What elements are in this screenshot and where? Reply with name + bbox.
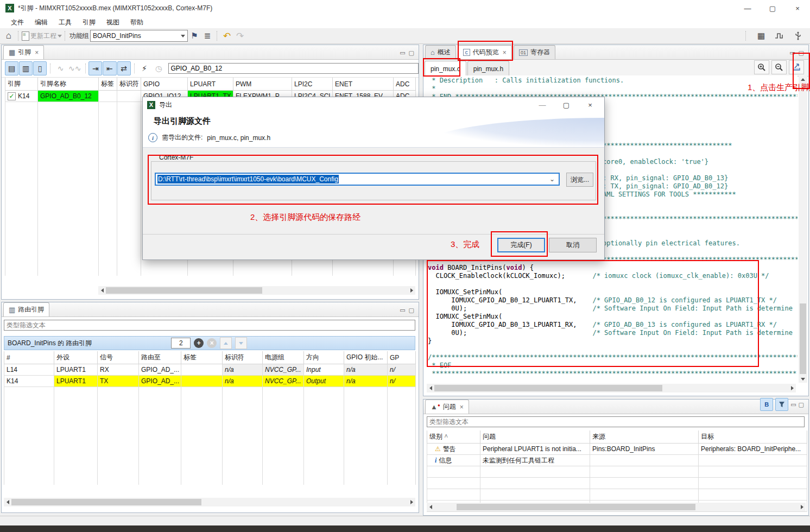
zoom-in-icon[interactable]	[754, 60, 769, 74]
pins-hscrollbar[interactable]	[98, 286, 415, 295]
pin-output-filter-icon[interactable]: ⇤	[103, 61, 116, 75]
clock-icon[interactable]: ◷	[151, 61, 165, 75]
pins-column-header[interactable]: ENET	[333, 78, 394, 91]
wave-filter-icon[interactable]: ∿	[54, 61, 67, 75]
problems-column-header[interactable]: 问题	[480, 430, 590, 444]
pins-column-header[interactable]: 引脚名称	[38, 78, 99, 91]
maximize-view-icon[interactable]: ▢	[799, 49, 804, 56]
bold-filter-icon[interactable]: B	[760, 398, 773, 411]
file-tab-pin-mux-c[interactable]: pin_mux.c	[425, 61, 466, 76]
problems-column-header[interactable]: 来源	[590, 430, 699, 444]
tab-pins[interactable]: ▦ 引脚 ×	[3, 45, 44, 59]
package-view-icon[interactable]: ▤	[5, 61, 18, 75]
problems-filter-input[interactable]	[427, 416, 805, 427]
dialog-maximize-button[interactable]: ▢	[554, 98, 578, 112]
clocks-perspective-icon[interactable]	[773, 30, 786, 42]
pins-filter-input[interactable]	[168, 63, 419, 74]
close-icon[interactable]: ×	[35, 49, 39, 56]
export-code-icon[interactable]	[789, 60, 804, 74]
problems-table-row[interactable]: i信息未监测到任何工具链工程	[427, 455, 807, 466]
cancel-button[interactable]: 取消	[549, 238, 597, 252]
problems-hscrollbar[interactable]	[427, 503, 806, 511]
routed-column-header[interactable]: #	[4, 351, 54, 364]
browse-button[interactable]: 浏览...	[566, 173, 593, 187]
routed-table-row[interactable]: L14LPUART1RXGPIO_AD_...n/aNVCC_GP...Inpu…	[4, 364, 416, 376]
minimize-view-icon[interactable]: ▭	[400, 307, 405, 314]
move-down-button[interactable]	[235, 337, 247, 349]
zoom-out-icon[interactable]	[771, 60, 787, 74]
pins-column-header[interactable]: 引脚	[5, 78, 38, 91]
routed-column-header[interactable]: 路由至	[139, 351, 181, 364]
minimize-button[interactable]: —	[735, 1, 760, 16]
problems-column-header[interactable]: 目标	[699, 430, 807, 444]
maximize-button[interactable]: ▢	[760, 1, 785, 16]
power-flash-icon[interactable]: ⚡	[137, 61, 151, 75]
pins-column-header[interactable]: LPUART	[188, 78, 233, 91]
tab-code-preview[interactable]: c 代码预览 ×	[458, 45, 512, 59]
tab-routed-pins[interactable]: ▥ 路由引脚	[3, 302, 49, 316]
tab-problems[interactable]: ▲● 问题 ×	[425, 400, 469, 414]
menu-帮助[interactable]: 帮助	[125, 17, 149, 28]
menu-视图[interactable]: 视图	[101, 17, 125, 28]
close-button[interactable]: ×	[785, 1, 810, 16]
file-tab-pin-mux-h[interactable]: pin_mux.h	[467, 61, 509, 76]
maximize-view-icon[interactable]: ▢	[799, 401, 804, 408]
undo-icon[interactable]: ↶	[220, 30, 233, 42]
pins-perspective-icon[interactable]: ▦	[755, 30, 768, 42]
routed-column-header[interactable]: 标签	[181, 351, 223, 364]
flag-icon[interactable]: ⚑	[188, 30, 201, 42]
problems-table-row[interactable]: ⚠警告Peripheral LPUART1 is not initia...Pi…	[427, 444, 807, 455]
wave-filter2-icon[interactable]: ∿∿	[68, 61, 81, 75]
routed-column-header[interactable]: 标识符	[223, 351, 263, 364]
redo-icon[interactable]: ↷	[233, 30, 246, 42]
package-top-view-icon[interactable]: ▥	[19, 61, 33, 75]
notes-icon[interactable]: ≣	[201, 30, 214, 42]
functional-group-select[interactable]: BOARD_InitPins	[90, 30, 188, 42]
package-outline-view-icon[interactable]: ▯	[33, 61, 47, 75]
menu-工具[interactable]: 工具	[53, 17, 77, 28]
minimize-view-icon[interactable]: ▭	[790, 401, 796, 408]
pins-column-header[interactable]: PWM	[233, 78, 292, 91]
move-up-button[interactable]	[220, 337, 232, 349]
pins-column-header[interactable]: LPI2C	[292, 78, 333, 91]
peripherals-usb-icon[interactable]	[792, 30, 805, 42]
pin-input-filter-icon[interactable]: ⇥	[88, 61, 102, 75]
maximize-view-icon[interactable]: ▢	[409, 49, 414, 56]
routed-filter-input[interactable]	[4, 320, 415, 331]
routed-column-header[interactable]: GPIO 初始...	[344, 351, 388, 364]
maximize-view-icon[interactable]: ▢	[409, 307, 414, 314]
routed-hscrollbar[interactable]	[4, 498, 415, 506]
export-path-combobox[interactable]: D:\RTT\rt-thread\bsp\imxrt\imxrt1050-evk…	[155, 173, 560, 186]
pin-enabled-checkbox[interactable]: ✓	[8, 92, 16, 100]
pin-bidir-filter-icon[interactable]: ⇄	[117, 61, 131, 75]
update-project-dropdown-icon[interactable]	[58, 35, 62, 37]
close-icon[interactable]: ×	[460, 403, 464, 411]
dialog-close-button[interactable]: ×	[578, 98, 602, 112]
routed-column-header[interactable]: 方向	[304, 351, 344, 364]
code-hscrollbar[interactable]	[427, 384, 796, 392]
routed-column-header[interactable]: GP	[388, 351, 416, 364]
minimize-view-icon[interactable]: ▭	[400, 49, 405, 56]
pins-column-header[interactable]: ADC	[394, 78, 416, 91]
code-vscrollbar[interactable]	[799, 75, 807, 383]
routed-column-header[interactable]: 外设	[54, 351, 98, 364]
tab-overview[interactable]: ⌂ 概述	[425, 45, 456, 59]
routed-column-header[interactable]: 电源组	[263, 351, 304, 364]
pins-column-header[interactable]: GPIO	[141, 78, 188, 91]
problems-column-header[interactable]: 级别 ˄	[427, 430, 480, 444]
dialog-minimize-button[interactable]: —	[530, 98, 554, 112]
filter-funnel-icon[interactable]	[775, 398, 788, 411]
menu-编辑[interactable]: 编辑	[29, 17, 53, 28]
add-route-button[interactable]: +	[194, 338, 204, 348]
close-icon[interactable]: ×	[503, 49, 507, 56]
pins-column-header[interactable]: 标识符	[117, 78, 141, 91]
finish-button[interactable]: 完成(F)	[497, 238, 545, 252]
delete-route-button[interactable]: ×	[207, 338, 217, 348]
menu-引脚[interactable]: 引脚	[77, 17, 101, 28]
pins-column-header[interactable]: 标签	[99, 78, 117, 91]
home-icon[interactable]: ⌂	[2, 30, 15, 42]
routed-table-row[interactable]: K14LPUART1TXGPIO_AD_...n/aNVCC_GP...Outp…	[4, 376, 416, 387]
chevron-down-icon[interactable]: ⌄	[549, 175, 559, 183]
menu-文件[interactable]: 文件	[5, 17, 29, 28]
routed-column-header[interactable]: 信号	[98, 351, 139, 364]
